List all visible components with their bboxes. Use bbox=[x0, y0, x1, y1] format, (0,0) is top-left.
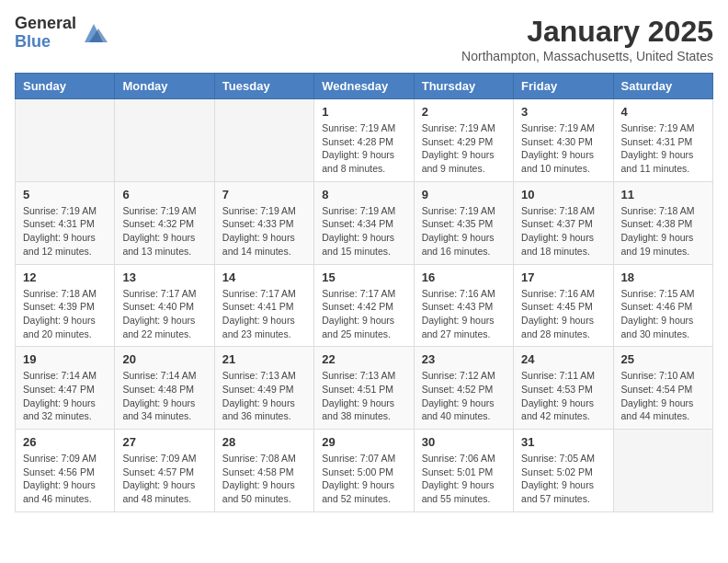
calendar-cell: 6Sunrise: 7:19 AM Sunset: 4:32 PM Daylig… bbox=[115, 181, 214, 264]
day-number: 2 bbox=[422, 105, 506, 119]
day-info: Sunrise: 7:15 AM Sunset: 4:46 PM Dayligh… bbox=[621, 287, 705, 341]
calendar-cell: 25Sunrise: 7:10 AM Sunset: 4:54 PM Dayli… bbox=[613, 347, 712, 430]
calendar-week-row: 19Sunrise: 7:14 AM Sunset: 4:47 PM Dayli… bbox=[16, 347, 713, 430]
calendar-week-row: 26Sunrise: 7:09 AM Sunset: 4:56 PM Dayli… bbox=[16, 430, 713, 512]
calendar-cell: 23Sunrise: 7:12 AM Sunset: 4:52 PM Dayli… bbox=[414, 347, 513, 430]
calendar-cell: 14Sunrise: 7:17 AM Sunset: 4:41 PM Dayli… bbox=[214, 264, 313, 347]
calendar-cell: 9Sunrise: 7:19 AM Sunset: 4:35 PM Daylig… bbox=[414, 181, 513, 264]
day-number: 22 bbox=[322, 352, 405, 366]
calendar-cell: 21Sunrise: 7:13 AM Sunset: 4:49 PM Dayli… bbox=[214, 347, 313, 430]
day-info: Sunrise: 7:19 AM Sunset: 4:33 PM Dayligh… bbox=[222, 204, 306, 259]
day-number: 12 bbox=[23, 270, 107, 284]
day-info: Sunrise: 7:17 AM Sunset: 4:41 PM Dayligh… bbox=[222, 287, 306, 341]
day-info: Sunrise: 7:18 AM Sunset: 4:37 PM Dayligh… bbox=[521, 204, 605, 259]
day-number: 6 bbox=[122, 188, 206, 201]
calendar-cell: 28Sunrise: 7:08 AM Sunset: 4:58 PM Dayli… bbox=[214, 430, 313, 512]
day-info: Sunrise: 7:19 AM Sunset: 4:29 PM Dayligh… bbox=[422, 121, 506, 176]
logo-general-text: General bbox=[15, 15, 76, 33]
calendar-cell bbox=[613, 430, 712, 512]
day-number: 30 bbox=[422, 435, 506, 449]
calendar-cell: 5Sunrise: 7:19 AM Sunset: 4:31 PM Daylig… bbox=[16, 181, 115, 264]
calendar-cell bbox=[214, 99, 313, 182]
day-info: Sunrise: 7:12 AM Sunset: 4:52 PM Dayligh… bbox=[422, 369, 506, 423]
location-subtitle: Northampton, Massachusetts, United State… bbox=[461, 49, 713, 63]
calendar-cell: 16Sunrise: 7:16 AM Sunset: 4:43 PM Dayli… bbox=[414, 264, 513, 347]
weekday-header-wednesday: Wednesday bbox=[314, 74, 414, 99]
day-number: 10 bbox=[521, 188, 605, 201]
day-info: Sunrise: 7:19 AM Sunset: 4:30 PM Dayligh… bbox=[521, 121, 605, 176]
day-number: 9 bbox=[422, 188, 506, 201]
calendar-cell: 3Sunrise: 7:19 AM Sunset: 4:30 PM Daylig… bbox=[514, 99, 613, 182]
day-number: 3 bbox=[521, 105, 605, 119]
day-info: Sunrise: 7:19 AM Sunset: 4:31 PM Dayligh… bbox=[23, 204, 107, 259]
day-number: 4 bbox=[621, 105, 705, 119]
calendar-cell: 4Sunrise: 7:19 AM Sunset: 4:31 PM Daylig… bbox=[613, 99, 712, 182]
calendar-cell bbox=[16, 99, 115, 182]
day-number: 15 bbox=[322, 270, 405, 284]
day-number: 13 bbox=[122, 270, 206, 284]
day-number: 20 bbox=[122, 352, 206, 366]
day-number: 21 bbox=[222, 352, 306, 366]
day-info: Sunrise: 7:08 AM Sunset: 4:58 PM Dayligh… bbox=[222, 452, 306, 506]
calendar-cell: 27Sunrise: 7:09 AM Sunset: 4:57 PM Dayli… bbox=[115, 430, 214, 512]
day-info: Sunrise: 7:10 AM Sunset: 4:54 PM Dayligh… bbox=[621, 369, 705, 423]
calendar-table: SundayMondayTuesdayWednesdayThursdayFrid… bbox=[15, 73, 713, 512]
calendar-week-row: 12Sunrise: 7:18 AM Sunset: 4:39 PM Dayli… bbox=[16, 264, 713, 347]
day-number: 5 bbox=[23, 188, 107, 201]
day-number: 14 bbox=[222, 270, 306, 284]
calendar-week-row: 5Sunrise: 7:19 AM Sunset: 4:31 PM Daylig… bbox=[16, 181, 713, 264]
calendar-cell: 12Sunrise: 7:18 AM Sunset: 4:39 PM Dayli… bbox=[16, 264, 115, 347]
title-section: January 2025 Northampton, Massachusetts,… bbox=[461, 15, 713, 63]
day-info: Sunrise: 7:18 AM Sunset: 4:38 PM Dayligh… bbox=[621, 204, 705, 259]
weekday-header-tuesday: Tuesday bbox=[214, 74, 313, 99]
day-info: Sunrise: 7:07 AM Sunset: 5:00 PM Dayligh… bbox=[322, 452, 405, 506]
weekday-header-monday: Monday bbox=[115, 74, 214, 99]
day-number: 27 bbox=[122, 435, 206, 449]
weekday-header-thursday: Thursday bbox=[414, 74, 513, 99]
weekday-header-sunday: Sunday bbox=[16, 74, 115, 99]
calendar-cell: 30Sunrise: 7:06 AM Sunset: 5:01 PM Dayli… bbox=[414, 430, 513, 512]
day-info: Sunrise: 7:19 AM Sunset: 4:34 PM Dayligh… bbox=[322, 204, 405, 259]
day-number: 24 bbox=[521, 352, 605, 366]
logo-icon bbox=[80, 19, 108, 47]
day-number: 23 bbox=[422, 352, 506, 366]
calendar-cell: 8Sunrise: 7:19 AM Sunset: 4:34 PM Daylig… bbox=[314, 181, 414, 264]
calendar-cell: 13Sunrise: 7:17 AM Sunset: 4:40 PM Dayli… bbox=[115, 264, 214, 347]
calendar-header-row: SundayMondayTuesdayWednesdayThursdayFrid… bbox=[16, 74, 713, 99]
day-number: 18 bbox=[621, 270, 705, 284]
day-info: Sunrise: 7:06 AM Sunset: 5:01 PM Dayligh… bbox=[422, 452, 506, 506]
day-number: 19 bbox=[23, 352, 107, 366]
calendar-cell: 1Sunrise: 7:19 AM Sunset: 4:28 PM Daylig… bbox=[314, 99, 414, 182]
calendar-cell: 22Sunrise: 7:13 AM Sunset: 4:51 PM Dayli… bbox=[314, 347, 414, 430]
calendar-cell bbox=[115, 99, 214, 182]
day-number: 17 bbox=[521, 270, 605, 284]
day-info: Sunrise: 7:17 AM Sunset: 4:40 PM Dayligh… bbox=[122, 287, 206, 341]
day-info: Sunrise: 7:11 AM Sunset: 4:53 PM Dayligh… bbox=[521, 369, 605, 423]
calendar-cell: 18Sunrise: 7:15 AM Sunset: 4:46 PM Dayli… bbox=[613, 264, 712, 347]
calendar-cell: 10Sunrise: 7:18 AM Sunset: 4:37 PM Dayli… bbox=[514, 181, 613, 264]
day-info: Sunrise: 7:19 AM Sunset: 4:28 PM Dayligh… bbox=[322, 121, 405, 176]
day-info: Sunrise: 7:19 AM Sunset: 4:31 PM Dayligh… bbox=[621, 121, 705, 176]
day-number: 7 bbox=[222, 188, 306, 201]
calendar-cell: 2Sunrise: 7:19 AM Sunset: 4:29 PM Daylig… bbox=[414, 99, 513, 182]
logo-blue-text: Blue bbox=[15, 33, 76, 52]
calendar-cell: 24Sunrise: 7:11 AM Sunset: 4:53 PM Dayli… bbox=[514, 347, 613, 430]
day-number: 29 bbox=[322, 435, 405, 449]
day-number: 28 bbox=[222, 435, 306, 449]
day-info: Sunrise: 7:13 AM Sunset: 4:51 PM Dayligh… bbox=[322, 369, 405, 423]
calendar-cell: 19Sunrise: 7:14 AM Sunset: 4:47 PM Dayli… bbox=[16, 347, 115, 430]
weekday-header-friday: Friday bbox=[514, 74, 613, 99]
day-info: Sunrise: 7:19 AM Sunset: 4:32 PM Dayligh… bbox=[122, 204, 206, 259]
calendar-cell: 11Sunrise: 7:18 AM Sunset: 4:38 PM Dayli… bbox=[613, 181, 712, 264]
day-number: 1 bbox=[322, 105, 405, 119]
weekday-header-saturday: Saturday bbox=[613, 74, 712, 99]
calendar-cell: 7Sunrise: 7:19 AM Sunset: 4:33 PM Daylig… bbox=[214, 181, 313, 264]
day-info: Sunrise: 7:14 AM Sunset: 4:47 PM Dayligh… bbox=[23, 369, 107, 423]
calendar-cell: 31Sunrise: 7:05 AM Sunset: 5:02 PM Dayli… bbox=[514, 430, 613, 512]
calendar-cell: 29Sunrise: 7:07 AM Sunset: 5:00 PM Dayli… bbox=[314, 430, 414, 512]
day-number: 26 bbox=[23, 435, 107, 449]
day-info: Sunrise: 7:17 AM Sunset: 4:42 PM Dayligh… bbox=[322, 287, 405, 341]
day-number: 16 bbox=[422, 270, 506, 284]
day-info: Sunrise: 7:18 AM Sunset: 4:39 PM Dayligh… bbox=[23, 287, 107, 341]
calendar-cell: 17Sunrise: 7:16 AM Sunset: 4:45 PM Dayli… bbox=[514, 264, 613, 347]
